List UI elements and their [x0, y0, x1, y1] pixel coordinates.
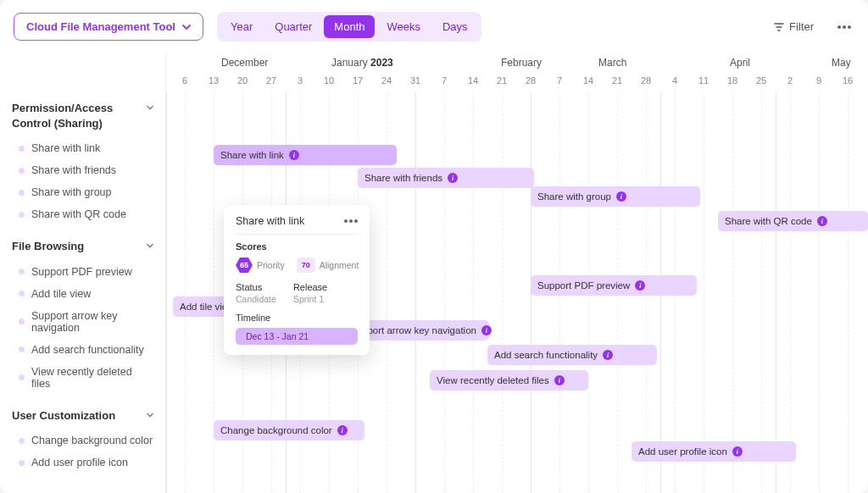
info-icon[interactable]: i — [817, 216, 827, 226]
view-switcher: YearQuarterMonthWeeksDays — [217, 12, 481, 42]
info-icon[interactable]: i — [481, 325, 492, 335]
info-icon[interactable]: i — [732, 446, 743, 457]
timeline-bar-share-link[interactable]: Share with linki — [214, 145, 397, 165]
day-label: 7 — [557, 75, 562, 86]
timeline-bar-share-friends[interactable]: Share with friendsi — [358, 168, 534, 188]
day-label: 10 — [324, 75, 334, 86]
info-icon[interactable]: i — [635, 280, 645, 291]
sidebar-item-label: Share with group — [31, 186, 112, 198]
category-header[interactable]: File Browsing — [12, 239, 153, 254]
month-label: December — [221, 57, 268, 69]
timeline-field: TimelineDec 13 - Jan 21 — [236, 313, 358, 345]
sidebar-item[interactable]: Share with link — [12, 137, 153, 159]
category-title: File Browsing — [12, 239, 142, 254]
more-menu-button[interactable] — [834, 22, 854, 32]
app-root: Cloud File Management Tool YearQuarterMo… — [0, 0, 868, 493]
timeline-bar-deleted-files[interactable]: View recently deleted filesi — [430, 370, 588, 391]
bar-label: Share with QR code — [725, 216, 812, 226]
info-icon[interactable]: i — [603, 350, 613, 360]
project-name: Cloud File Management Tool — [26, 20, 175, 33]
view-tab-month[interactable]: Month — [324, 15, 375, 38]
chevron-down-icon — [182, 23, 191, 31]
header-bar: Cloud File Management Tool YearQuarterMo… — [0, 0, 868, 53]
category-header[interactable]: Permission/Access Control (Sharing) — [12, 101, 153, 130]
info-icon[interactable]: i — [337, 425, 348, 435]
sidebar-item-label: Change background color — [31, 435, 153, 446]
bullet-icon — [19, 291, 25, 296]
dot-icon — [837, 25, 841, 29]
sidebar-category: Permission/Access Control (Sharing)Share… — [0, 92, 165, 230]
sidebar-item[interactable]: Add tile view — [12, 283, 153, 305]
timeline-bar-pdf-preview[interactable]: Support PDF previewi — [531, 275, 697, 296]
alignment-score: 70Alignment — [297, 257, 359, 274]
bar-label: Share with group — [537, 191, 611, 202]
view-tab-quarter[interactable]: Quarter — [264, 15, 322, 38]
bar-label: Share with link — [220, 150, 284, 160]
category-header[interactable]: User Customization — [12, 408, 153, 424]
popover-more-button[interactable] — [344, 219, 358, 223]
project-dropdown[interactable]: Cloud File Management Tool — [14, 13, 203, 41]
timeline-header: DecemberJanuary 2023FebruaryMarchAprilMa… — [166, 53, 868, 92]
day-label: 31 — [410, 75, 420, 86]
day-label: 21 — [497, 75, 507, 86]
status-field: StatusCandidate — [236, 282, 276, 304]
sidebar-item[interactable]: Support arrow key navigation — [12, 305, 153, 339]
info-icon[interactable]: i — [289, 150, 299, 160]
sidebar-item[interactable]: Change background color — [12, 429, 153, 451]
sidebar-item[interactable]: View recently deleted files — [12, 361, 153, 395]
bar-label: Add search functionality — [494, 350, 598, 360]
day-label: 18 — [727, 75, 737, 86]
day-label: 20 — [237, 75, 248, 86]
sidebar-item[interactable]: Share with friends — [12, 159, 153, 181]
dot-icon — [843, 25, 846, 29]
bullet-icon — [19, 146, 25, 152]
day-label: 14 — [468, 75, 478, 86]
sidebar-item[interactable]: Support PDF preview — [12, 261, 153, 283]
month-label: February — [501, 57, 542, 69]
filter-button[interactable]: Filter — [767, 17, 821, 36]
day-label: 9 — [816, 75, 821, 86]
day-label: 16 — [843, 75, 853, 86]
day-label: 2 — [787, 75, 793, 86]
view-tab-weeks[interactable]: Weeks — [376, 15, 431, 38]
bullet-icon — [19, 168, 25, 174]
timeline-bar-bg-color[interactable]: Change background colori — [214, 420, 364, 440]
sidebar-item-label: Support arrow key navigation — [31, 310, 153, 334]
info-icon[interactable]: i — [448, 173, 458, 183]
chevron-down-icon — [147, 412, 153, 418]
timeline-bar-profile-icon[interactable]: Add user profile iconi — [632, 441, 796, 462]
sidebar-item-label: Share with link — [31, 142, 100, 154]
day-label: 28 — [641, 75, 651, 86]
timeline-bar-share-group[interactable]: Share with groupi — [531, 186, 700, 207]
sidebar-item[interactable]: Share with group — [12, 181, 153, 203]
day-label: 3 — [298, 75, 303, 86]
category-title: Permission/Access Control (Sharing) — [12, 101, 142, 130]
filter-icon — [774, 22, 784, 32]
sidebar-item-label: Support PDF preview — [31, 266, 132, 278]
sidebar-item-label: Add tile view — [31, 288, 91, 300]
body: Permission/Access Control (Sharing)Share… — [0, 53, 868, 493]
dot-icon — [848, 25, 851, 29]
view-tab-days[interactable]: Days — [432, 15, 478, 38]
bullet-icon — [19, 190, 25, 196]
day-label: 17 — [353, 75, 363, 86]
timeline-bar-share-qr[interactable]: Share with QR codei — [718, 211, 868, 231]
info-icon[interactable]: i — [616, 191, 626, 202]
day-label: 27 — [266, 75, 276, 86]
category-title: User Customization — [12, 408, 142, 424]
info-icon[interactable]: i — [554, 375, 565, 385]
chevron-down-icon — [147, 242, 153, 249]
day-label: 4 — [672, 75, 677, 86]
popover-title: Share with link — [236, 215, 304, 227]
bar-label: Change background color — [220, 425, 332, 435]
sidebar: Permission/Access Control (Sharing)Share… — [0, 53, 166, 493]
bar-label: View recently deleted files — [437, 375, 549, 385]
timeline-bar-search-fn[interactable]: Add search functionalityi — [487, 345, 657, 365]
sidebar-category: User CustomizationChange background colo… — [0, 400, 165, 479]
timeline-badge: Dec 13 - Jan 21 — [236, 328, 358, 345]
sidebar-item[interactable]: Add search functionality — [12, 339, 153, 361]
sidebar-item-label: Share with QR code — [31, 208, 126, 220]
view-tab-year[interactable]: Year — [220, 15, 263, 38]
sidebar-item[interactable]: Share with QR code — [12, 203, 153, 225]
sidebar-item[interactable]: Add user profile icon — [12, 451, 153, 474]
